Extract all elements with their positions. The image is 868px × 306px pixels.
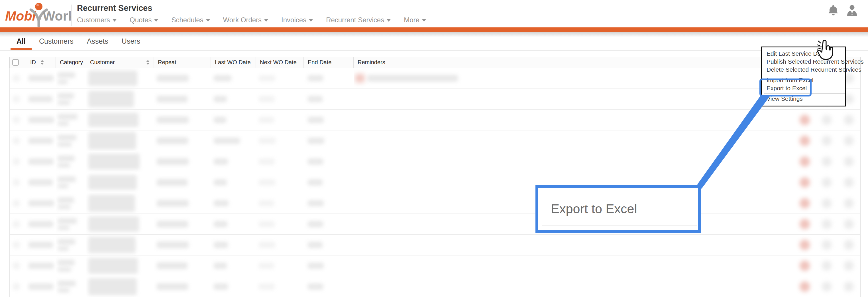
nav-item-schedules[interactable]: Schedules: [171, 16, 210, 24]
select-all-checkbox[interactable]: [12, 59, 19, 66]
row-select-cell[interactable]: [10, 234, 26, 255]
cell-action-2[interactable]: [837, 110, 861, 130]
cell-action-2[interactable]: [837, 276, 861, 297]
cell-status-badge[interactable]: [793, 172, 817, 193]
menu-item-export-to-excel[interactable]: Export to Excel: [762, 84, 845, 92]
status-badge[interactable]: [800, 198, 810, 208]
notifications-bell-icon[interactable]: [828, 5, 838, 17]
cell-action-1[interactable]: [817, 234, 837, 255]
tab-customers[interactable]: Customers: [39, 32, 73, 50]
cell-action-2[interactable]: [837, 234, 861, 255]
column-header-last-wo-date[interactable]: Last WO Date: [211, 57, 256, 68]
table-row[interactable]: [10, 234, 860, 255]
row-action-icon[interactable]: [844, 198, 854, 208]
cell-action-2[interactable]: [837, 255, 861, 276]
row-select-cell[interactable]: [10, 131, 26, 151]
row-action-icon[interactable]: [822, 240, 832, 250]
table-row[interactable]: [10, 151, 860, 172]
table-row[interactable]: [10, 89, 860, 110]
menu-item-delete-selected-recurrent-services[interactable]: Delete Selected Recurrent Services: [762, 66, 845, 74]
cell-action-2[interactable]: [837, 131, 861, 151]
cell-status-badge[interactable]: [793, 110, 817, 130]
status-badge[interactable]: [800, 136, 810, 146]
row-action-icon[interactable]: [844, 219, 854, 229]
cell-action-1[interactable]: [817, 255, 837, 276]
menu-item-import-from-excel[interactable]: Import from Excel: [762, 76, 845, 84]
row-action-icon[interactable]: [822, 282, 832, 291]
row-action-icon[interactable]: [844, 240, 854, 250]
cell-action-1[interactable]: [817, 110, 837, 130]
row-select-cell[interactable]: [10, 193, 26, 214]
cell-status-badge[interactable]: [793, 214, 817, 234]
sort-icon[interactable]: [146, 60, 150, 65]
cell-status-badge[interactable]: [793, 193, 817, 214]
nav-item-more[interactable]: More: [404, 16, 426, 24]
nav-item-quotes[interactable]: Quotes: [130, 16, 158, 24]
tab-all[interactable]: All: [17, 32, 26, 50]
row-select-cell[interactable]: [10, 276, 26, 297]
status-badge[interactable]: [800, 281, 810, 292]
select-all-header-cell[interactable]: [10, 57, 26, 68]
tab-users[interactable]: Users: [122, 32, 140, 50]
row-select-cell[interactable]: [10, 89, 26, 109]
status-badge[interactable]: [800, 177, 810, 188]
mobiwork-logo[interactable]: Mobi Work: [5, 2, 71, 27]
table-row[interactable]: [10, 214, 860, 234]
status-badge[interactable]: [800, 157, 810, 167]
cell-status-badge[interactable]: [793, 255, 817, 276]
column-header-id[interactable]: ID: [26, 57, 56, 68]
row-select-cell[interactable]: [10, 110, 26, 130]
table-row[interactable]: [10, 276, 860, 297]
row-action-icon[interactable]: [822, 261, 832, 271]
cell-action-2[interactable]: [837, 193, 861, 214]
column-header-category[interactable]: Category: [56, 57, 86, 68]
tab-assets[interactable]: Assets: [87, 32, 108, 50]
cell-action-2[interactable]: [837, 151, 861, 172]
table-row[interactable]: [10, 172, 860, 193]
row-action-icon[interactable]: [844, 261, 854, 271]
sort-icon[interactable]: [40, 60, 44, 65]
cell-status-badge[interactable]: [793, 131, 817, 151]
status-badge[interactable]: [800, 240, 810, 250]
table-row[interactable]: [10, 255, 860, 276]
cell-status-badge[interactable]: [793, 151, 817, 172]
row-action-icon[interactable]: [844, 282, 854, 291]
cell-action-1[interactable]: [817, 193, 837, 214]
row-action-icon[interactable]: [844, 136, 854, 146]
table-row[interactable]: [10, 131, 860, 151]
cell-action-1[interactable]: [817, 131, 837, 151]
column-header-customer[interactable]: Customer: [86, 57, 154, 68]
row-action-icon[interactable]: [822, 157, 832, 166]
row-action-icon[interactable]: [822, 177, 832, 187]
status-badge[interactable]: [800, 260, 810, 271]
row-select-cell[interactable]: [10, 214, 26, 234]
row-action-icon[interactable]: [822, 219, 832, 229]
cell-status-badge[interactable]: [793, 276, 817, 297]
cell-status-badge[interactable]: [793, 234, 817, 255]
nav-item-recurrent-services[interactable]: Recurrent Services: [326, 16, 391, 24]
user-profile-icon[interactable]: [846, 5, 858, 17]
row-select-cell[interactable]: [10, 172, 26, 193]
row-action-icon[interactable]: [844, 177, 854, 187]
row-action-icon[interactable]: [844, 157, 854, 166]
cell-action-1[interactable]: [817, 214, 837, 234]
row-action-icon[interactable]: [822, 115, 832, 125]
row-action-icon[interactable]: [822, 136, 832, 146]
table-row[interactable]: [10, 110, 860, 131]
menu-item-edit-last-service-date[interactable]: Edit Last Service Date: [762, 50, 845, 58]
cell-action-2[interactable]: [837, 172, 861, 193]
cell-action-2[interactable]: [837, 214, 861, 234]
table-row[interactable]: [10, 68, 860, 89]
table-row[interactable]: [10, 193, 860, 214]
status-badge[interactable]: [800, 115, 810, 125]
cell-action-1[interactable]: [817, 172, 837, 193]
row-select-cell[interactable]: [10, 68, 26, 88]
nav-item-invoices[interactable]: Invoices: [281, 16, 313, 24]
row-action-icon[interactable]: [844, 115, 854, 125]
nav-item-work-orders[interactable]: Work Orders: [223, 16, 269, 24]
row-action-icon[interactable]: [822, 198, 832, 208]
cell-action-1[interactable]: [817, 151, 837, 172]
status-badge[interactable]: [800, 219, 810, 229]
row-select-cell[interactable]: [10, 255, 26, 276]
cell-action-1[interactable]: [817, 276, 837, 297]
